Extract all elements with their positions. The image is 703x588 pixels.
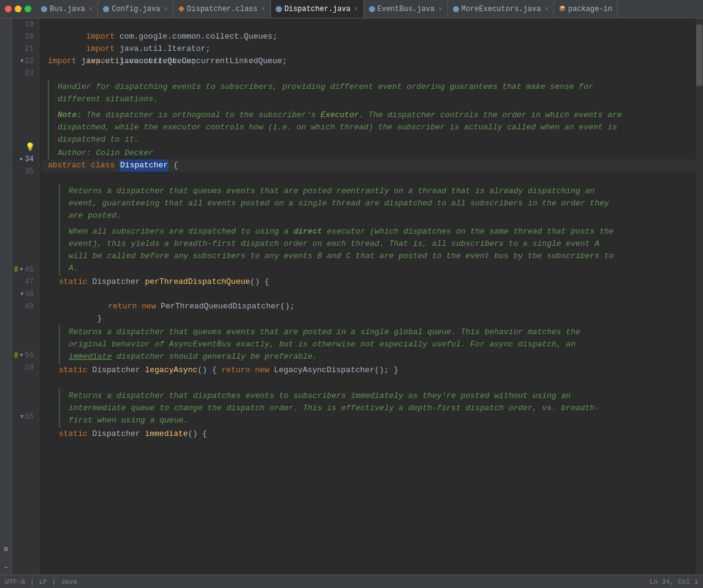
code-editor[interactable]: import com.google.common.collect.Queues;… [39,18,696,575]
dispatcher-highlighted: Dispatcher [120,159,169,172]
static-kw-46: static [59,276,93,288]
minimap-area [696,18,703,575]
note-bold: Note: [58,110,82,120]
tab-moreexecutors-label: MoreExecutors.java [462,5,541,13]
tab-moreexecutors-icon [453,6,459,12]
tab-dispatcher-java[interactable]: Dispatcher.java × [271,0,364,18]
call-56: (); } [374,364,398,376]
line-num-doc2a [12,104,39,116]
javadoc-returns-1-text: Returns a dispatcher that queues events … [69,186,609,220]
status-sep1: | [30,578,34,586]
status-lf: LF [39,578,47,586]
fold-icon-65[interactable]: ▼ [20,411,23,423]
line-num-doc4b [12,190,39,202]
new-kw-56: new [255,364,274,376]
line-num-46: @ ▼46 [12,264,39,276]
tab-dispatcher-java-icon [276,6,282,12]
status-right: Ln 34, Col 1 [650,578,698,586]
tab-bar: Bus.java × Config.java × Dispatcher.clas… [0,0,703,18]
semi-20: ; [205,44,210,53]
line-num-35: 35 [12,166,39,178]
line-num-doc5d [12,251,39,264]
tab-moreexecutors-close[interactable]: × [544,6,549,13]
javadoc-returns-1: Returns a dispatcher that queues events … [69,184,620,223]
window-minimize-btn[interactable] [15,6,21,12]
line-num-doc1a [12,80,39,92]
javadoc-note-block: Note: The dispatcher is orthogonal to th… [58,107,628,147]
javadoc-returns-3: Returns a dispatcher that dispatches eve… [69,389,620,428]
params-65: () { [188,428,207,440]
code-line-34: abstract class Dispatcher { [42,159,696,172]
window-maximize-btn[interactable] [25,6,31,12]
code-line-22: import java.util.concurrent.ConcurrentLi… [42,55,696,67]
line-num-21: 21 [12,43,39,55]
static-kw-56: static [59,364,93,376]
line-num-22: ▼22 [12,55,39,67]
circle-line-icon: ● [20,153,23,166]
tab-package[interactable]: 📦 package-in [554,0,618,18]
fold-marker-56[interactable]: ▼ [20,349,23,362]
status-encoding: UTF-8 [5,578,25,586]
javadoc-block-1: Handler for dispatching events to subscr… [48,80,696,159]
minimap-thumb[interactable] [696,25,702,86]
line-num-doc6c [12,337,39,349]
annotation-icon-46: @ [14,264,18,276]
tab-dispatcher-java-close[interactable]: × [354,6,359,13]
line-num-doc4a [12,178,39,190]
status-java: Java [61,578,77,586]
code-line-65: static Dispatcher immediate() { [42,428,696,440]
line-num-34: ●34 [12,153,39,166]
tab-dispatcher-class-close[interactable]: × [261,6,265,13]
line-num-doc6a [12,313,39,325]
tab-eventbus-icon [369,6,375,12]
javadoc-block-3: Returns a dispatcher that queues events … [59,325,696,364]
javadoc-returns-3-text: Returns a dispatcher that dispatches eve… [69,391,599,425]
return-kw-47: return [108,302,142,311]
tab-bus-close[interactable]: × [89,6,93,13]
tab-package-icon: 📦 [559,6,566,12]
kw-import-19: import [86,32,120,41]
tab-config-close[interactable]: × [164,6,168,13]
fold-marker-46[interactable]: ▼ [20,264,23,276]
author-text: Author: Colin Decker [58,148,153,158]
call-47: (); [280,302,294,311]
line-num-doc7c [12,399,39,411]
code-line-23 [42,67,696,80]
pkg-20: java.util.Iterator [120,44,205,53]
params-46: () { [250,276,269,288]
para-italic: direct [294,227,322,236]
tab-dispatcher-class[interactable]: Dispatcher.class × [173,0,271,18]
tab-eventbus-label: EventBus.java [378,5,435,13]
code-line-35 [42,172,696,184]
javadoc-para-1: When all subscribers are dispatched to u… [69,223,620,276]
params-56: () { [197,364,221,376]
sidebar-gear-icon[interactable]: ⚙ [4,544,8,554]
javadoc-returns-2: Returns a dispatcher that queues events … [69,325,620,364]
line-num-doc5b [12,227,39,239]
tab-bus[interactable]: Bus.java × [36,0,98,18]
tab-dispatcher-class-icon [178,6,184,12]
fold-icon-48[interactable]: ▼ [20,288,23,300]
sidebar-minus-icon[interactable]: − [4,563,8,572]
tab-eventbus[interactable]: EventBus.java × [364,0,448,18]
tab-moreexecutors[interactable]: MoreExecutors.java × [448,0,554,18]
tab-eventbus-close[interactable]: × [438,6,443,13]
tab-config-label: Config.java [112,5,160,13]
line-num-47: 47 [12,276,39,288]
window-close-btn[interactable] [5,6,12,12]
line-num-doc5a [12,215,39,227]
javadoc-returns-2-text: Returns a dispatcher that queues events … [69,327,580,349]
bulb-icon[interactable]: 💡 [25,142,35,152]
kw-import-22: import [48,55,82,67]
javadoc-line-handler: Handler for dispatching events to subscr… [58,80,628,107]
line-num-doc2c [12,129,39,141]
method-name-46: perThreadDispatchQueue [145,276,250,288]
line-num-59: 59 [12,362,39,374]
tab-config[interactable]: Config.java × [98,0,173,18]
static-kw-65: static [59,428,93,440]
code-line-56: static Dispatcher legacyAsync() { return… [42,364,696,376]
dispatcher-type-56: Dispatcher [93,364,145,376]
code-line-46: static Dispatcher perThreadDispatchQueue… [42,276,696,288]
kw-import-20: import [86,44,120,53]
fold-icon-22[interactable]: ▼ [20,55,23,67]
